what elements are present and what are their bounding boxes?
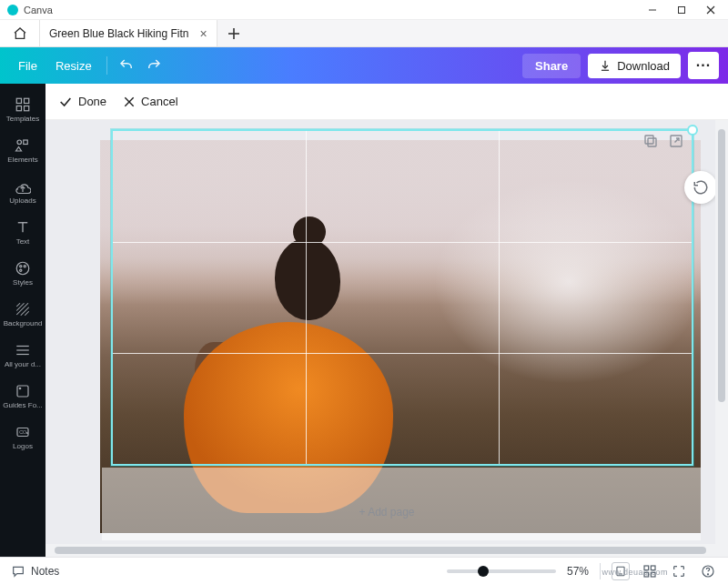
svg-rect-29 — [645, 136, 653, 144]
present-button[interactable] — [670, 562, 688, 580]
download-label: Download — [617, 59, 670, 73]
crop-grid-line — [306, 131, 307, 464]
crop-grid-line — [113, 353, 692, 354]
notes-label: Notes — [31, 565, 59, 578]
sidebar-item-elements[interactable]: Elements — [0, 130, 46, 171]
crop-done-button[interactable]: Done — [58, 95, 106, 109]
app-title: Canva — [24, 5, 646, 15]
sidebar-item-label: Elements — [7, 156, 37, 164]
svg-rect-22 — [17, 386, 28, 397]
sidebar-item-guides[interactable]: Guides Fo... — [0, 376, 46, 417]
sidebar-item-label: Background — [4, 320, 43, 327]
tab-bar: Green Blue Black Hiking Fitn × — [0, 20, 728, 47]
home-button[interactable] — [0, 20, 40, 46]
grid-view-button[interactable] — [641, 562, 659, 580]
svg-point-10 — [17, 140, 22, 145]
resize-menu[interactable]: Resize — [46, 54, 101, 78]
zoom-percent[interactable]: 57% — [567, 565, 589, 578]
svg-rect-34 — [651, 566, 655, 570]
status-bar: Notes 57% — [0, 557, 728, 584]
horizontal-scrollbar[interactable] — [46, 544, 728, 557]
window-close-button[interactable] — [704, 4, 717, 16]
scrollbar-thumb[interactable] — [718, 129, 725, 402]
crop-cancel-label: Cancel — [141, 95, 177, 108]
share-button[interactable]: Share — [522, 54, 581, 78]
svg-marker-12 — [16, 147, 22, 152]
svg-point-23 — [19, 388, 21, 389]
download-button[interactable]: Download — [588, 54, 681, 78]
svg-point-14 — [20, 266, 22, 267]
svg-rect-6 — [16, 98, 21, 103]
page-actions — [642, 133, 684, 149]
svg-rect-35 — [644, 572, 649, 577]
window-titlebar: Canva — [0, 0, 728, 20]
crop-selection[interactable] — [111, 129, 693, 466]
help-button[interactable] — [699, 562, 717, 580]
duplicate-page-icon[interactable] — [642, 133, 659, 149]
sidebar-item-label: Logos — [13, 443, 33, 450]
sidebar-item-label: Guides Fo... — [3, 402, 43, 409]
notes-button[interactable]: Notes — [11, 564, 59, 579]
canva-logo-icon — [7, 5, 18, 15]
scrollbar-thumb[interactable] — [55, 547, 706, 554]
svg-text:CO₂: CO₂ — [19, 429, 28, 435]
tab-close-button[interactable]: × — [199, 26, 207, 41]
svg-rect-28 — [648, 138, 656, 146]
document-tab-title: Green Blue Black Hiking Fitn — [49, 27, 188, 40]
svg-rect-33 — [644, 566, 649, 570]
sidebar-item-label: All your d... — [5, 361, 41, 368]
sidebar-item-label: Templates — [6, 116, 39, 123]
more-menu-button[interactable]: ··· — [688, 52, 719, 79]
svg-rect-7 — [25, 98, 29, 103]
sidebar-item-label: Text — [16, 238, 30, 246]
sidebar-item-label: Styles — [13, 279, 33, 287]
svg-point-13 — [16, 262, 29, 275]
undo-button[interactable] — [113, 52, 140, 79]
crop-grid-line — [499, 131, 500, 464]
window-minimize-button[interactable] — [646, 4, 659, 16]
statusbar-separator — [600, 563, 601, 579]
open-page-icon[interactable] — [668, 133, 684, 149]
svg-point-38 — [707, 573, 708, 574]
crop-edit-bar: Done Cancel — [46, 84, 728, 120]
svg-line-21 — [25, 311, 29, 316]
svg-rect-11 — [24, 140, 28, 145]
svg-line-17 — [16, 303, 20, 307]
sidebar-item-logos[interactable]: CO₂ Logos — [0, 417, 46, 458]
sidebar-item-templates[interactable]: Templates — [0, 89, 46, 130]
sidebar-item-uploads[interactable]: Uploads — [0, 171, 46, 212]
sidebar-item-text[interactable]: Text — [0, 212, 46, 253]
crop-done-label: Done — [78, 95, 106, 108]
rotate-button[interactable] — [684, 171, 717, 204]
svg-rect-9 — [25, 106, 29, 111]
crop-handle[interactable] — [687, 125, 698, 136]
svg-line-18 — [16, 303, 24, 310]
sidebar-item-background[interactable]: Background — [0, 294, 46, 335]
canvas-area[interactable]: + Add page — [46, 120, 728, 544]
add-page-button[interactable]: + Add page — [359, 506, 414, 519]
svg-point-15 — [24, 266, 25, 267]
left-sidebar: Templates Elements Uploads Text Styles B… — [0, 84, 46, 557]
svg-line-20 — [21, 307, 29, 316]
file-menu[interactable]: File — [9, 54, 46, 78]
new-tab-button[interactable] — [217, 20, 250, 46]
svg-rect-1 — [679, 6, 685, 13]
page-list-button[interactable] — [612, 562, 630, 580]
sidebar-item-styles[interactable]: Styles — [0, 253, 46, 294]
svg-rect-8 — [16, 106, 21, 111]
redo-button[interactable] — [140, 52, 167, 79]
zoom-slider-knob[interactable] — [478, 566, 489, 577]
crop-cancel-button[interactable]: Cancel — [123, 95, 177, 108]
window-maximize-button[interactable] — [675, 4, 688, 16]
editor-workspace: Done Cancel — [46, 84, 728, 557]
sidebar-item-label: Uploads — [9, 197, 35, 205]
svg-rect-36 — [651, 572, 655, 577]
document-tab[interactable]: Green Blue Black Hiking Fitn × — [40, 20, 217, 46]
sidebar-item-all-your-designs[interactable]: All your d... — [0, 335, 46, 376]
vertical-scrollbar[interactable] — [715, 120, 728, 544]
top-toolbar: File Resize Share Download ··· — [0, 47, 728, 84]
toolbar-separator — [106, 56, 107, 75]
crop-grid-line — [113, 242, 692, 243]
zoom-slider[interactable] — [447, 569, 556, 573]
svg-point-16 — [20, 269, 22, 271]
